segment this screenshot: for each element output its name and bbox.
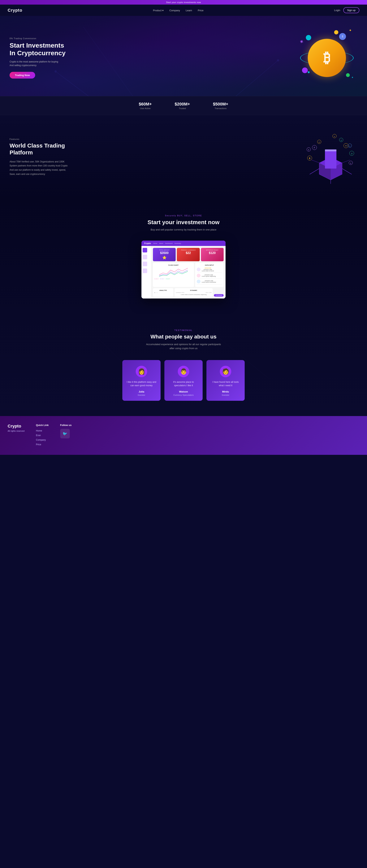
social-icon-bird[interactable]: 🐦: [60, 429, 70, 438]
star-decoration: ✦: [349, 28, 352, 32]
dash-card-pending: PENDING CLEARANCE $22: [177, 248, 200, 261]
dash-link-about: About: [159, 243, 163, 244]
svg-text:kr: kr: [349, 145, 350, 147]
svg-text:¥: ¥: [345, 145, 346, 147]
flow-chart-title: FLOW CHART: [154, 264, 192, 266]
svg-text:€: €: [308, 149, 309, 151]
footer-link-eran[interactable]: Eran: [36, 433, 49, 437]
hero-tag: 0% Trading Commission: [9, 37, 66, 39]
dash-dynamic: DYNAMIC EARNING RATE 50% / CPM Lorem dol…: [175, 288, 213, 297]
footer-link-home[interactable]: Home: [36, 429, 49, 432]
investment-title: Start your investment now: [8, 219, 359, 225]
features-description: About 70M Verified user, 50K Organizatio…: [9, 160, 71, 176]
stats-bar: $60M+ User Active $200M+ Trusted $500M+ …: [0, 96, 367, 115]
footer-links-list: Home Eran Company Price: [36, 429, 49, 446]
stat-value-trusted: $200M+: [175, 102, 190, 106]
nav-logo[interactable]: Crypto: [8, 8, 22, 13]
flow-chart-svg: [154, 267, 192, 277]
testimonial-name-1: Julia: [126, 390, 157, 393]
dash-cards: TOTAL AMOUNT $3500 ⭐ PENDING CLEARANCE $…: [153, 248, 224, 261]
features-title-line2: Platform: [9, 149, 71, 156]
dash-logo: Crypto: [144, 242, 151, 244]
dash-body: TOTAL AMOUNT $3500 ⭐ PENDING CLEARANCE $…: [142, 246, 225, 299]
svg-point-10: [277, 59, 279, 62]
svg-line-19: [342, 168, 352, 174]
data-input-item-2: UPDATE ONE Lorem ipsum adipiscing: [197, 274, 222, 279]
footer-link-company[interactable]: Company: [36, 438, 49, 441]
hero-content: 0% Trading Commission Start Investments …: [9, 37, 66, 79]
data-input-item-3: UPDATE ONE Lorem amet consectetur: [197, 280, 222, 284]
testimonial-quote-1: I like it this platform easy and can ear…: [126, 380, 157, 387]
analytic-icons: ● ○ ○: [154, 292, 172, 293]
footer-link-price[interactable]: Price: [36, 443, 49, 446]
footer-brand: Crypto All rights reserved: [8, 424, 25, 432]
stat-label-users: User Active: [139, 107, 152, 110]
dash-navbar: Crypto Home About Dashboard Summary: [142, 241, 225, 246]
dash-sidebar-icon-chart: [143, 261, 147, 266]
trading-now-button[interactable]: Trading Now: [9, 72, 35, 79]
testimonial-name-3: Mirdu: [210, 390, 241, 393]
features-section: Features World Class Trading Platform Ab…: [0, 115, 367, 199]
banner-text: Start your crypto investments now: [166, 1, 201, 3]
dash-sidebar-icon-home: [143, 248, 147, 252]
dash-card-withdraw: WITHDRAW READY $120: [201, 248, 224, 261]
data-stars-1: ★★★★★: [202, 267, 214, 269]
data-input-item-1: ★★★★★ UPDATE ONE Lorem dolor sit amet: [197, 267, 222, 273]
svg-line-3: [56, 71, 167, 96]
testimonial-avatar-2: 👨: [178, 366, 189, 377]
testimonial-quote-3: I have found here all tools what i need …: [210, 380, 241, 387]
nav-item-company[interactable]: Company: [170, 9, 180, 12]
footer-tagline: All rights reserved: [8, 430, 25, 432]
green-badge: [346, 73, 350, 77]
data-input-box: DATA INPUT ★★★★★ UPDATE ONE Lorem dolor …: [195, 263, 224, 287]
isometric-graphic: B P ¥ Zł € Ð $ B kr €: [304, 130, 358, 184]
teal-badge: [306, 35, 311, 40]
dash-link-home: Home: [153, 243, 157, 244]
svg-text:P: P: [314, 147, 315, 149]
signup-button[interactable]: Sign up: [343, 7, 359, 13]
nav-item-product[interactable]: Product ▾: [153, 9, 164, 12]
analytic-title: ANALYTIC: [154, 289, 172, 291]
cross-decoration: ✦: [351, 76, 354, 79]
eth-badge: Ξ: [339, 33, 346, 40]
features-tag: Features: [9, 138, 71, 140]
nav-item-learn[interactable]: Learn: [186, 9, 192, 12]
login-button[interactable]: Login: [334, 9, 340, 12]
data-avatar-2: [197, 274, 201, 278]
avatar-figure-2: 👨: [180, 368, 187, 375]
card-withdraw-value: $120: [203, 251, 222, 255]
testimonial-avatar-1: 👩: [136, 366, 147, 377]
svg-text:B: B: [350, 162, 351, 164]
testimonial-section: TESTIMONIAL What people say about us Acc…: [0, 314, 367, 416]
earning-rate-value: 50% / CPM: [206, 292, 211, 293]
testimonial-role-1: Investor: [126, 394, 157, 396]
upgrade-button[interactable]: UPGRADE: [214, 294, 224, 297]
testimonial-title: What people say about us: [8, 334, 359, 340]
svg-text:€: €: [334, 136, 335, 137]
svg-line-18: [310, 168, 319, 174]
card-total-label: TOTAL AMOUNT: [154, 249, 174, 251]
svg-line-4: [167, 60, 278, 96]
earning-rate-row: EARNING RATE 50% / CPM: [176, 292, 211, 293]
navbar: Crypto Product ▾ Company Learn Price Log…: [0, 5, 367, 16]
avatar-figure-3: 🧑: [222, 368, 229, 375]
stat-trusted: $200M+ Trusted: [175, 102, 190, 110]
dash-link-dashboard: Dashboard: [165, 243, 173, 244]
investment-section: Securely BUY, SELL, STORE Start your inv…: [0, 199, 367, 314]
hero-title-line2: In Cryptocurrency: [9, 49, 66, 57]
data-avatar-3: [197, 280, 201, 283]
stat-user-active: $60M+ User Active: [139, 102, 152, 110]
hero-graphic: ₿ Ξ ✦ ✦ ◈: [296, 27, 358, 89]
dashboard-preview: Crypto Home About Dashboard Summary: [142, 241, 225, 299]
nav-item-price[interactable]: Price: [198, 9, 204, 12]
svg-text:Ð: Ð: [319, 142, 320, 143]
dash-charts-row: FLOW CHART ● Line 1 ● Line 2 ● Line 3: [153, 263, 224, 287]
testimonial-description: Accumulated experience and opinions for …: [8, 342, 359, 350]
iso-svg: B P ¥ Zł € Ð $ B kr €: [304, 130, 358, 184]
testimonial-role-3: Investor: [210, 394, 241, 396]
footer: Crypto All rights reserved Quick Link Ho…: [0, 416, 367, 455]
hero-title: Start Investments In Cryptocurrency: [9, 41, 66, 57]
dash-sidebar-icon-crypto: [143, 269, 147, 273]
stat-label-transactions: Transactions: [213, 107, 228, 110]
nav-links: Product ▾ Company Learn Price: [153, 9, 204, 12]
